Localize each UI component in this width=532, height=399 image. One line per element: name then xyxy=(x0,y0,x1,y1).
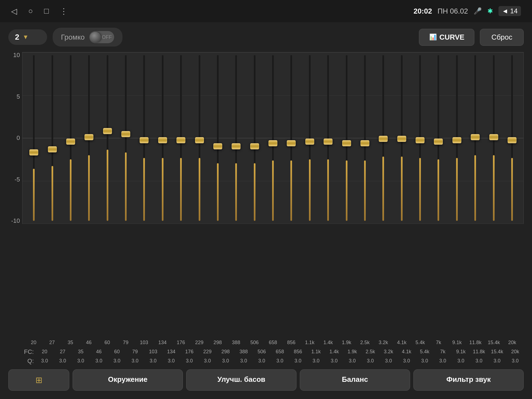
slider-handle-3.2k[interactable] xyxy=(379,136,388,142)
slider-handle-7k[interactable] xyxy=(434,139,443,145)
environment-button[interactable]: Окружение xyxy=(73,369,183,391)
slider-handle-658[interactable] xyxy=(268,140,277,146)
slider-track-35[interactable] xyxy=(69,52,73,224)
slider-track-60[interactable] xyxy=(106,52,109,224)
home-button[interactable]: ○ xyxy=(28,7,33,16)
slider-track-4.1k[interactable] xyxy=(400,52,404,224)
slider-track-9.1k[interactable] xyxy=(455,52,459,224)
slider-track-176[interactable] xyxy=(179,52,183,224)
slider-track-gold xyxy=(33,169,35,221)
slider-handle-229[interactable] xyxy=(195,137,204,143)
toggle-knob xyxy=(90,32,101,42)
q-vals-row: 3.03.03.03.03.03.03.03.03.03.03.03.03.03… xyxy=(36,357,524,365)
slider-track-506[interactable] xyxy=(253,52,257,224)
slider-track-gold xyxy=(493,155,495,221)
slider-track-79[interactable] xyxy=(124,52,128,224)
q-val-388: 3.0 xyxy=(235,357,252,365)
fc-val-35: 35 xyxy=(72,348,89,356)
back-button[interactable]: ◁ xyxy=(11,7,17,16)
eq-band-176 xyxy=(172,52,190,224)
loudness-control[interactable]: Громко OFF xyxy=(53,28,122,47)
slider-handle-2.5k[interactable] xyxy=(360,140,369,146)
preset-selector[interactable]: 2 ▼ xyxy=(8,29,47,45)
balance-button[interactable]: Баланс xyxy=(300,369,410,391)
slider-track-27[interactable] xyxy=(50,52,54,224)
slider-track-15.4k[interactable] xyxy=(492,52,496,224)
slider-track-1.1k[interactable] xyxy=(308,52,312,224)
slider-handle-1.9k[interactable] xyxy=(342,140,351,146)
curve-button[interactable]: 📊 CURVE xyxy=(419,29,474,46)
slider-track-7k[interactable] xyxy=(436,52,440,224)
slider-handle-9.1k[interactable] xyxy=(452,137,461,143)
slider-handle-1.1k[interactable] xyxy=(305,139,314,145)
nav-icons: ◁ ○ □ ⋮ xyxy=(11,7,68,16)
slider-handle-20k[interactable] xyxy=(508,137,516,143)
slider-handle-4.1k[interactable] xyxy=(397,136,406,142)
eq-band-15.4k xyxy=(485,52,502,224)
slider-handle-46[interactable] xyxy=(85,134,93,140)
recent-button[interactable]: □ xyxy=(44,7,49,16)
freq-label-79: 79 xyxy=(117,339,134,347)
slider-track-5.4k[interactable] xyxy=(418,52,422,224)
slider-track-20k[interactable] xyxy=(510,52,514,224)
slider-handle-35[interactable] xyxy=(66,139,75,145)
slider-track-229[interactable] xyxy=(198,52,201,224)
slider-track-1.9k[interactable] xyxy=(345,52,349,224)
slider-track-1.4k[interactable] xyxy=(326,52,330,224)
slider-handle-15.4k[interactable] xyxy=(489,134,498,140)
slider-handle-388[interactable] xyxy=(232,143,241,149)
menu-button[interactable]: ⋮ xyxy=(60,7,68,16)
eq-band-27 xyxy=(44,52,61,224)
slider-track-134[interactable] xyxy=(161,52,165,224)
slider-track-11.8k[interactable] xyxy=(473,52,477,224)
q-val-298: 3.0 xyxy=(217,357,234,365)
slider-track-gold xyxy=(474,155,476,221)
slider-handle-20[interactable] xyxy=(29,149,38,155)
slider-track-20[interactable] xyxy=(32,52,36,224)
slider-track-gold xyxy=(125,152,127,221)
eq-band-46 xyxy=(80,52,98,224)
fc-val-2.5k: 2.5k xyxy=(362,348,379,356)
freq-label-856: 856 xyxy=(283,339,300,347)
fc-val-658: 658 xyxy=(271,348,288,356)
loudness-toggle[interactable]: OFF xyxy=(89,31,114,43)
slider-track-3.2k[interactable] xyxy=(381,52,385,224)
freq-label-5.4k: 5.4k xyxy=(411,339,429,347)
q-label: Q: xyxy=(22,357,36,365)
eq-band-7k xyxy=(430,52,447,224)
slider-handle-1.4k[interactable] xyxy=(324,139,332,145)
q-val-27: 3.0 xyxy=(54,357,71,365)
slider-handle-11.8k[interactable] xyxy=(471,134,480,140)
slider-handle-79[interactable] xyxy=(121,131,130,137)
bass-enhance-button[interactable]: Улучш. басов xyxy=(186,369,296,391)
volume-label[interactable]: ◄ 14 xyxy=(498,6,521,16)
freq-label-11.8k: 11.8k xyxy=(467,339,484,347)
q-val-856: 3.0 xyxy=(290,357,306,365)
slider-handle-176[interactable] xyxy=(177,137,185,143)
slider-handle-506[interactable] xyxy=(250,143,259,149)
slider-handle-856[interactable] xyxy=(287,140,296,146)
slider-track-298[interactable] xyxy=(216,52,220,224)
freq-label-103: 103 xyxy=(135,339,153,347)
reset-button[interactable]: Сброс xyxy=(480,29,524,46)
eq-nav-button[interactable]: ⊞ xyxy=(8,369,69,391)
y-axis: 10 5 0 -5 -10 xyxy=(8,52,22,224)
fc-val-134: 134 xyxy=(163,348,180,356)
freq-label-20k: 20k xyxy=(503,339,521,347)
slider-handle-27[interactable] xyxy=(48,146,57,152)
slider-track-856[interactable] xyxy=(289,52,293,224)
slider-track-46[interactable] xyxy=(87,52,91,224)
q-row: Q: 3.03.03.03.03.03.03.03.03.03.03.03.03… xyxy=(22,357,524,365)
slider-track-658[interactable] xyxy=(271,52,275,224)
slider-handle-103[interactable] xyxy=(140,137,149,143)
slider-track-2.5k[interactable] xyxy=(363,52,367,224)
slider-handle-60[interactable] xyxy=(103,128,112,134)
freq-label-46: 46 xyxy=(80,339,97,347)
slider-track-103[interactable] xyxy=(142,52,146,224)
slider-handle-298[interactable] xyxy=(213,143,222,149)
slider-track-gold xyxy=(70,159,71,221)
slider-track-388[interactable] xyxy=(234,52,238,224)
slider-handle-5.4k[interactable] xyxy=(416,137,424,143)
filter-sound-button[interactable]: Фильтр звук xyxy=(413,369,524,391)
slider-handle-134[interactable] xyxy=(158,137,167,143)
